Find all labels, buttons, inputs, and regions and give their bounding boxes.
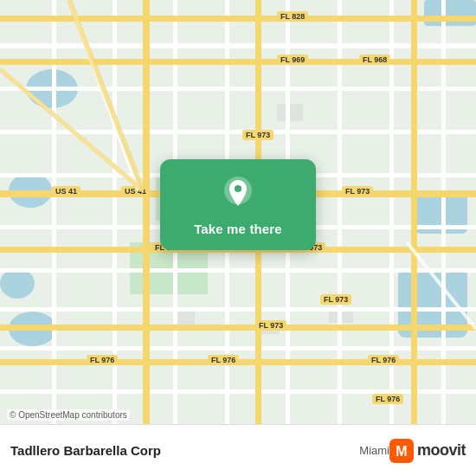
moovit-text: moovit [417,441,466,460]
road [0,307,476,312]
road-label: FL 973 [242,130,273,140]
major-road [0,59,476,65]
road-label: FL 969 [277,55,308,65]
take-me-there-card[interactable]: Take me there [160,159,316,250]
road-label: US 41 [52,186,80,196]
road [0,130,476,134]
major-road [411,0,417,424]
road-label: FL 976 [368,355,399,365]
moovit-logo: M moovit [389,439,466,463]
map-container[interactable]: US 41 US 41 FL 969 FL 828 FL 968 FL 973 … [0,0,476,424]
moovit-m-icon: M [389,439,414,463]
location-pin-icon [219,175,257,213]
road-label: FL 976 [372,394,403,404]
road [0,268,476,273]
svg-point-6 [235,185,241,192]
city-block [277,104,303,121]
road [0,389,476,394]
road-label: FL 976 [208,355,239,365]
major-road [143,0,150,424]
major-road [0,325,476,331]
place-name: Tadllero Barbarella Corp [10,443,354,458]
map-copyright: © OpenStreetMap contributors [7,409,130,421]
major-road [0,16,476,22]
take-me-there-label: Take me there [194,222,282,236]
road-label: US 41 [121,186,150,196]
bottom-bar: © OpenStreetMap contributors Tadllero Ba… [0,424,476,476]
road [0,346,476,351]
water-body [424,0,476,26]
road-label: FL 828 [277,11,308,22]
road [0,43,476,48]
road [0,87,476,91]
road-label: FL 973 [320,294,351,305]
road-label: FL 973 [342,186,373,196]
road-label: FL 976 [87,355,118,365]
svg-text:M: M [396,444,407,459]
water-body [0,268,35,299]
road-label: FL 973 [255,320,286,331]
road-label: FL 968 [359,55,390,65]
place-city: Miami [359,444,389,457]
